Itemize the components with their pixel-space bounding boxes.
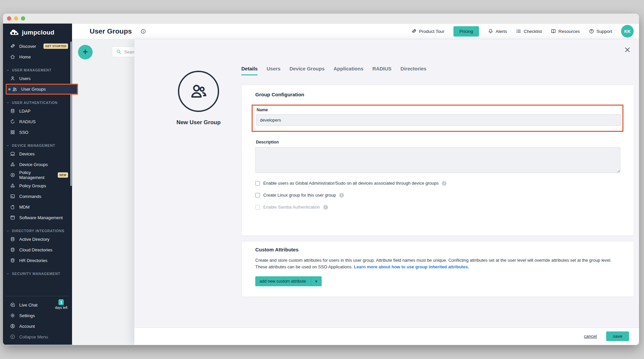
inherited-attributes-link[interactable]: Learn more about how to use group inheri…: [354, 264, 469, 269]
tab-users[interactable]: Users: [267, 66, 281, 75]
chat-icon: [10, 302, 15, 308]
product-tour-button[interactable]: Product Tour: [411, 29, 444, 34]
nodes-icon: [10, 162, 15, 167]
chevron-down-icon: [6, 69, 9, 72]
sidebar-footer: Live Chat 1 days left Settings Account: [3, 296, 72, 342]
zoom-window-button[interactable]: [21, 16, 25, 21]
sidebar-item-account[interactable]: Account: [3, 321, 72, 331]
sidebar-section-user-management[interactable]: USER MANAGEMENT: [3, 67, 72, 73]
custom-attributes-description: Create and store custom attributes for u…: [255, 257, 620, 270]
info-icon[interactable]: [140, 29, 146, 34]
sidebar-item-devices[interactable]: Devices: [3, 148, 72, 159]
save-button[interactable]: save: [606, 331, 629, 341]
info-icon[interactable]: i: [442, 181, 446, 186]
chevron-down-icon: [6, 101, 9, 104]
linux-group-checkbox[interactable]: [255, 193, 260, 198]
target-icon: [10, 172, 15, 178]
custom-attributes-heading: Custom Attributes: [255, 247, 620, 252]
sidebar-item-discover[interactable]: Discover GET STARTED: [3, 41, 72, 51]
tab-directories[interactable]: Directories: [400, 66, 426, 75]
laptop-icon: [10, 151, 15, 156]
users-icon: [189, 82, 208, 101]
sidebar-scrollbar[interactable]: [70, 42, 72, 186]
sidebar-item-settings[interactable]: Settings: [3, 310, 72, 321]
resources-button[interactable]: Resources: [551, 29, 580, 34]
rocket-icon: [10, 44, 15, 49]
page-title: User Groups: [90, 27, 132, 35]
linux-group-checkbox-row: Create Linux group for this user group i: [255, 192, 620, 198]
sidebar-section-security-management[interactable]: SECURITY MANAGEMENT: [3, 271, 72, 277]
checklist-button[interactable]: Checklist: [516, 29, 542, 34]
terminal-icon: [10, 194, 15, 199]
samba-auth-checkbox[interactable]: [255, 205, 260, 210]
chevron-down-icon: [6, 272, 9, 275]
trial-days-badge: 1 days left: [55, 299, 67, 310]
avatar[interactable]: KK: [621, 25, 634, 38]
sidebar-item-collapse-menu[interactable]: Collapse Menu: [3, 331, 72, 342]
global-admin-checkbox[interactable]: [255, 181, 260, 186]
sidebar-item-user-groups[interactable]: User Groups: [6, 84, 78, 95]
close-window-button[interactable]: [7, 16, 11, 21]
page-header: User Groups Product Tour Pricing Alerts …: [72, 24, 639, 39]
sidebar-item-users[interactable]: Users: [3, 73, 72, 84]
add-custom-attribute-button[interactable]: add new custom attribute ▼: [255, 276, 322, 286]
home-icon: [10, 54, 15, 59]
logo-text: jumpcloud: [22, 29, 54, 36]
name-label: Name: [257, 108, 620, 112]
group-name-input[interactable]: [256, 114, 621, 126]
sidebar-item-home[interactable]: Home: [3, 51, 72, 62]
sidebar-item-policy-groups[interactable]: Policy Groups: [3, 180, 72, 191]
question-circle-icon: [589, 29, 594, 34]
panel-tabs: Details Users Device Groups Applications…: [241, 66, 427, 75]
sidebar-item-software-management[interactable]: Software Management: [3, 212, 72, 223]
close-icon[interactable]: [624, 46, 631, 54]
get-started-badge: GET STARTED: [43, 44, 68, 49]
sidebar-item-commands[interactable]: Commands: [3, 191, 72, 202]
users-icon: [12, 87, 17, 92]
divider: [6, 296, 69, 296]
sidebar-item-policy-management[interactable]: Policy Management NEW: [3, 170, 72, 180]
group-configuration-heading: Group Configuration: [255, 92, 620, 97]
tab-applications[interactable]: Applications: [334, 66, 363, 75]
user-icon: [10, 76, 15, 81]
rocket-icon: [411, 29, 417, 34]
user-group-avatar: [178, 71, 219, 112]
tab-device-groups[interactable]: Device Groups: [289, 66, 325, 75]
new-badge: NEW: [58, 172, 68, 178]
sidebar-section-user-authentication[interactable]: USER AUTHENTICATION: [3, 100, 72, 106]
sidebar-item-active-directory[interactable]: Active Directory: [3, 234, 72, 244]
minimize-window-button[interactable]: [14, 16, 18, 21]
sidebar-item-cloud-directories[interactable]: Cloud Directories: [3, 244, 72, 255]
jumpcloud-logo[interactable]: jumpcloud: [10, 29, 72, 36]
support-button[interactable]: Support: [589, 29, 612, 34]
sidebar-item-radius[interactable]: RADIUS: [3, 116, 72, 127]
sidebar-section-directory-integrations[interactable]: DIRECTORY INTEGRATIONS: [3, 228, 72, 234]
tab-details[interactable]: Details: [241, 66, 258, 75]
sidebar-item-mdm[interactable]: MDM: [3, 202, 72, 212]
sidebar-item-hr-directories[interactable]: HR Directories: [3, 255, 72, 266]
alerts-button[interactable]: Alerts: [488, 29, 507, 34]
panel-footer: cancel save: [134, 327, 639, 345]
database-icon: [10, 236, 15, 242]
bell-icon: [488, 29, 493, 34]
pricing-button[interactable]: Pricing: [453, 26, 479, 37]
info-icon[interactable]: i: [339, 193, 344, 198]
gear-icon: [10, 313, 15, 318]
sidebar-section-device-management[interactable]: DEVICE MANAGEMENT: [3, 142, 72, 148]
jumpcloud-cloud-icon: [10, 29, 20, 36]
info-icon[interactable]: i: [323, 205, 328, 210]
sidebar-item-live-chat[interactable]: Live Chat 1 days left: [3, 300, 72, 310]
sidebar-item-sso[interactable]: SSO: [3, 127, 72, 137]
sidebar: jumpcloud Discover GET STARTED Home USER…: [3, 24, 72, 345]
tab-radius[interactable]: RADIUS: [372, 66, 392, 75]
description-textarea[interactable]: [255, 147, 620, 173]
description-label: Description: [256, 140, 620, 144]
add-user-group-button[interactable]: +: [78, 45, 93, 59]
header-actions: Product Tour Pricing Alerts Checklist Re…: [411, 25, 634, 38]
book-icon: [551, 29, 556, 34]
sidebar-item-ldap[interactable]: LDAP: [3, 106, 72, 116]
cancel-button[interactable]: cancel: [584, 334, 597, 339]
chevron-down-icon: [6, 144, 9, 147]
nodes-icon: [10, 183, 15, 188]
sidebar-item-device-groups[interactable]: Device Groups: [3, 159, 72, 170]
